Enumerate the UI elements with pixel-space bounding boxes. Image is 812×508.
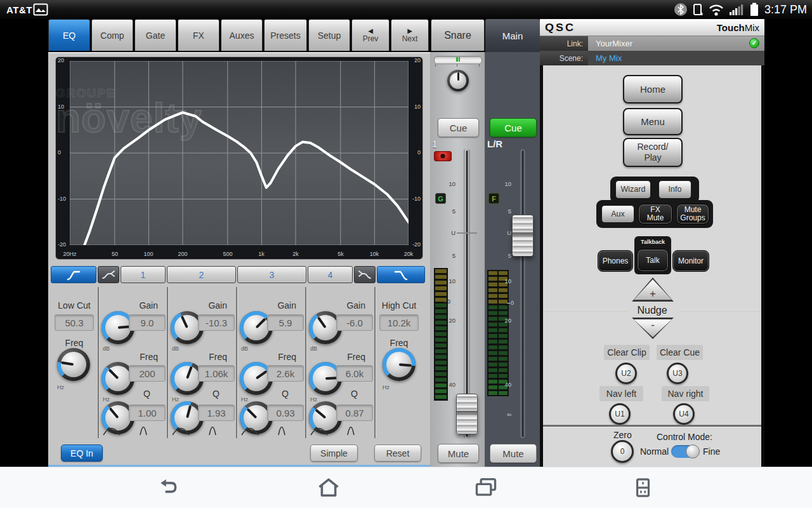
main-cue-button[interactable]: Cue xyxy=(490,118,537,137)
q-narrow-icon xyxy=(140,425,147,436)
meter-segment xyxy=(499,351,508,355)
aux-button[interactable]: Aux xyxy=(601,205,634,223)
clock: 3:17 PM xyxy=(764,3,807,17)
tab-setup[interactable]: Setup xyxy=(308,19,350,51)
next-button[interactable]: ▶ Next xyxy=(391,19,429,51)
meter-segment xyxy=(488,288,497,292)
band-1-gain-value[interactable]: 9.0 xyxy=(129,314,166,331)
monitor-button[interactable]: Monitor xyxy=(672,250,709,272)
back-button[interactable] xyxy=(157,476,181,499)
menu-button[interactable]: Menu xyxy=(623,108,683,135)
control-mode-toggle[interactable] xyxy=(671,445,699,458)
eq-graph[interactable]: 20100-10-20 20100-10-20 20Hz501002005001… xyxy=(56,57,422,259)
home-button[interactable]: Home xyxy=(623,75,683,104)
toggle-thumb[interactable] xyxy=(686,444,700,458)
high-cut-freq-knob[interactable] xyxy=(383,348,416,381)
mute-groups-button[interactable]: Mute Groups xyxy=(676,204,709,224)
band-4-freq-value[interactable]: 6.0k xyxy=(336,365,373,382)
bluetooth-icon xyxy=(674,3,688,17)
low-cut-label: Low Cut xyxy=(51,300,98,311)
band-1-button[interactable]: 1 xyxy=(121,266,166,283)
zero-button[interactable]: 0 xyxy=(611,440,634,463)
u2-button[interactable]: U2 xyxy=(615,363,637,384)
battery-icon xyxy=(749,2,760,17)
tab-fx[interactable]: FX xyxy=(178,19,219,51)
band-2-button[interactable]: 2 xyxy=(167,266,236,283)
pan-slider[interactable] xyxy=(434,56,482,64)
info-button[interactable]: Info xyxy=(658,180,691,199)
tab-eq[interactable]: EQ xyxy=(48,19,90,51)
high-cut-icon xyxy=(393,269,409,281)
channel-trim-knob[interactable] xyxy=(447,70,469,91)
band-4-gain-value[interactable]: -6.0 xyxy=(336,314,373,331)
main-fader-handle[interactable] xyxy=(512,215,534,257)
band-2-q-value[interactable]: 1.93 xyxy=(198,404,235,421)
main-fader-lane[interactable] xyxy=(513,149,533,438)
phones-button[interactable]: Phones xyxy=(598,250,633,272)
u1-button[interactable]: U1 xyxy=(609,403,631,425)
link-value[interactable]: YourMixer ✓ xyxy=(588,36,764,51)
eq-plot-area[interactable] xyxy=(70,61,409,245)
scale-label: 10 xyxy=(447,180,455,187)
simple-button[interactable]: Simple xyxy=(310,444,358,462)
y-tick: -20 xyxy=(58,241,66,248)
low-cut-column: Low Cut 50.3 Freq Hz xyxy=(51,286,98,438)
x-tick: 10k xyxy=(365,251,383,257)
record-play-button[interactable]: Record/ Play xyxy=(623,138,683,167)
panel-divider xyxy=(543,425,761,427)
u3-button[interactable]: U3 xyxy=(667,363,688,384)
meter-segment xyxy=(488,357,497,361)
low-cut-freq-knob[interactable] xyxy=(57,348,90,381)
channel-cue-button[interactable]: Cue xyxy=(438,118,479,137)
meter-segment xyxy=(499,311,508,315)
meter-segment xyxy=(435,344,447,347)
nudge-down-button[interactable]: - xyxy=(632,318,674,339)
meter-segment xyxy=(488,351,497,355)
fx-mute-button[interactable]: FX Mute xyxy=(638,204,672,224)
low-cut-band-button[interactable] xyxy=(51,266,96,283)
u4-button[interactable]: U4 xyxy=(673,403,695,425)
band-4-button[interactable]: 4 xyxy=(308,266,353,283)
main-mute-button[interactable]: Mute xyxy=(490,444,537,463)
tab-presets[interactable]: Presets xyxy=(264,19,307,51)
meter-segment xyxy=(435,286,447,290)
channel-fader-handle[interactable] xyxy=(456,394,478,434)
eq-in-button[interactable]: EQ In xyxy=(61,444,103,462)
main-tab[interactable]: Main xyxy=(485,19,540,52)
wizard-button[interactable]: Wizard xyxy=(615,180,651,199)
band-1-freq-value[interactable]: 200 xyxy=(129,365,166,382)
band-3-freq-value[interactable]: 2.6k xyxy=(267,365,304,382)
meter-zero-mark: 0 xyxy=(443,298,450,305)
band-1-q-value[interactable]: 1.00 xyxy=(129,404,166,421)
talk-button[interactable]: Talk xyxy=(637,249,669,272)
high-shelf-band-button[interactable] xyxy=(354,266,376,283)
dual-window-button[interactable] xyxy=(631,476,655,499)
home-nav-button[interactable] xyxy=(317,476,341,499)
tab-comp[interactable]: Comp xyxy=(91,19,133,51)
band-4-q-value[interactable]: 0.87 xyxy=(336,404,373,421)
meter-segment xyxy=(435,269,447,273)
recents-button[interactable] xyxy=(474,476,498,499)
band-3-button[interactable]: 3 xyxy=(237,266,306,283)
scale-label: 40 xyxy=(447,381,455,388)
band-3-q-value[interactable]: 0.93 xyxy=(267,404,304,421)
record-arm-button[interactable] xyxy=(434,151,452,161)
low-cut-value[interactable]: 50.3 xyxy=(55,314,94,331)
tab-auxes[interactable]: Auxes xyxy=(221,19,263,51)
prev-button[interactable]: ◀ Prev xyxy=(351,19,390,51)
band-2-freq-value[interactable]: 1.06k xyxy=(198,365,235,382)
nudge-up-button[interactable]: + xyxy=(632,277,674,302)
high-cut-value[interactable]: 10.2k xyxy=(379,314,419,331)
x-tick: 200 xyxy=(174,251,192,257)
low-shelf-band-button[interactable] xyxy=(98,266,119,283)
high-cut-band-button[interactable] xyxy=(377,266,425,283)
reset-button[interactable]: Reset xyxy=(374,444,421,462)
band-2-gain-value[interactable]: -10.3 xyxy=(198,314,235,331)
channel-name-tab[interactable]: Snare xyxy=(431,19,485,51)
tab-gate[interactable]: Gate xyxy=(134,19,176,51)
scale-label: U xyxy=(502,229,511,236)
channel-mute-button[interactable]: Mute xyxy=(438,444,479,463)
q-wide-icon xyxy=(103,427,121,436)
band-3-gain-value[interactable]: 5.9 xyxy=(267,314,304,331)
scene-value[interactable]: My Mix xyxy=(588,51,764,65)
